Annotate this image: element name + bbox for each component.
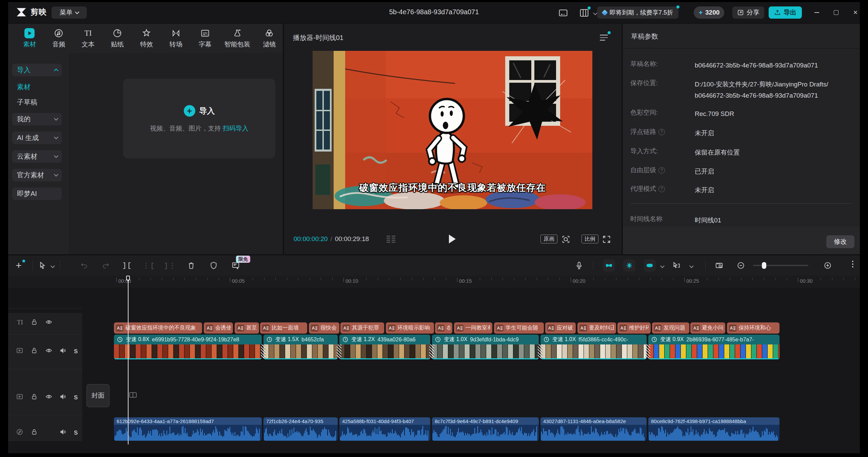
trim-right-button[interactable]: ]⋮ [165, 260, 175, 271]
preview-zoom-icon[interactable] [561, 235, 571, 244]
audio-clip[interactable]: 425a588b-f031-40dd-94f3-b407 [339, 417, 430, 441]
redo-button[interactable] [100, 260, 111, 271]
renew-badge[interactable]: 即将到期，续费享7.5折 [597, 6, 678, 19]
audio-clip[interactable]: 80ce8c9d-762f-4398-b971-ca1888848bba [648, 417, 780, 441]
play-button[interactable] [449, 235, 456, 243]
timeline-zoom-slider[interactable] [753, 265, 808, 266]
tab-text[interactable]: TI 文本 [74, 28, 103, 49]
tab-smart-pack[interactable]: 智能包装 [220, 28, 255, 49]
collapsed-track-icon[interactable] [129, 392, 137, 398]
import-dropzone[interactable]: + 导入 视频、音频、图片，支持 扫码导入 [123, 79, 275, 158]
delete-button[interactable] [186, 260, 196, 271]
transition-joint[interactable] [538, 344, 542, 358]
cover-button[interactable]: 封面 [86, 384, 110, 407]
modify-button[interactable]: 修改 [826, 235, 854, 248]
help-icon[interactable]: ? [658, 167, 665, 174]
video-clip[interactable]: 变速 1.2X439aa026-80a6 [339, 335, 430, 359]
video-clip[interactable]: 变速 1.0X9d3efdfd-1bda-4dc9 [432, 335, 539, 359]
sidebar-item-ai-generate[interactable]: AI 生成 [12, 132, 62, 144]
timeline-more-menu[interactable] [848, 261, 858, 267]
chevron-down-icon[interactable] [689, 264, 694, 268]
zoom-out-button[interactable] [736, 260, 746, 271]
video-clip[interactable]: 变速 0.8Xe6991b95-7728-40e9-9f24-19b27e8 [114, 335, 262, 359]
sidebar-item-media[interactable]: 素材 [12, 82, 31, 92]
share-button[interactable]: 分享 [732, 6, 764, 19]
transition-joint[interactable] [429, 344, 434, 358]
window-maximize-button[interactable] [831, 8, 841, 17]
record-voiceover-button[interactable] [574, 260, 584, 271]
add-track-button[interactable]: + [14, 260, 24, 271]
solo-toggle[interactable]: S [74, 394, 78, 401]
timeline-ruler-button[interactable] [714, 260, 724, 271]
trim-left-button[interactable]: ⋮[ [144, 260, 154, 271]
playhead[interactable] [126, 276, 130, 444]
mask-button[interactable] [209, 260, 219, 271]
text-clip[interactable]: A避免小问题 [690, 322, 725, 334]
transition-joint[interactable] [337, 344, 341, 358]
tab-sticker[interactable]: 贴纸 [103, 28, 132, 49]
video-clip[interactable]: 变速 1.5Xb4652cfa [263, 335, 338, 359]
help-icon[interactable]: ? [658, 129, 665, 135]
text-clip[interactable]: A应对破 [545, 322, 576, 334]
frame-step-icon[interactable] [387, 236, 395, 243]
audio-clip[interactable]: 43027d87-1131-4846-a0ea-b8a582e [540, 417, 647, 441]
preview-flash-toggle[interactable] [623, 259, 635, 272]
coin-badge[interactable]: 3200 [694, 6, 724, 19]
speaker-icon[interactable] [59, 393, 67, 401]
text-clip[interactable]: A其源于犯罪 [340, 322, 384, 334]
transition-joint[interactable] [646, 344, 650, 358]
split-clip-button[interactable]: ][ [122, 260, 132, 271]
window-close-button[interactable]: × [850, 8, 861, 17]
undo-button[interactable] [79, 260, 90, 271]
panel-layout-icon[interactable] [558, 8, 568, 17]
player-menu-icon[interactable] [600, 35, 608, 42]
audio-clip[interactable]: 612b092e-6433-4aa1-a77a-261888159ad7 [114, 417, 262, 441]
transition-joint[interactable] [261, 344, 265, 358]
tab-captions[interactable]: 字幕 [191, 28, 220, 49]
text-clip[interactable]: A一间教室有 [454, 322, 492, 334]
fullscreen-icon[interactable] [602, 235, 611, 244]
cursor-link-mode-button[interactable] [671, 260, 682, 271]
audio-clip[interactable]: 72f1cb26-24e4-4a70-935 [263, 417, 338, 441]
chevron-down-icon[interactable] [51, 264, 55, 268]
text-clip[interactable]: A在 [435, 322, 452, 334]
text-clip[interactable]: A保持环境和心 [727, 322, 780, 334]
audio-clip[interactable]: 8c7c7f3d-9e64-49c7-b891-dc4e9409 [432, 417, 539, 441]
scan-import-link[interactable]: 扫码导入 [223, 125, 249, 132]
text-clip[interactable]: A环境暗示影响 [386, 322, 434, 334]
chevron-down-icon[interactable] [660, 264, 665, 268]
text-clip[interactable]: A要及时纠正 [577, 322, 616, 334]
sidebar-item-cloud-media[interactable]: 云素材 [12, 150, 62, 163]
sidebar-item-jimeng-ai[interactable]: 即梦AI [12, 187, 62, 200]
tab-transitions[interactable]: 转场 [161, 28, 190, 49]
sidebar-item-mine[interactable]: 我的 [12, 113, 62, 125]
lock-icon[interactable] [31, 393, 39, 401]
video-clip[interactable]: 变速 0.9X2b86939a-6077-485e-b7a7- [648, 335, 780, 359]
text-clip[interactable]: A会诱使 [204, 322, 233, 334]
snap-toggle[interactable] [603, 259, 615, 272]
timeline-ruler[interactable]: 00:0000:0500:1000:1500:2000:2500:30 [8, 276, 860, 288]
link-toggle[interactable] [644, 259, 656, 272]
text-clip[interactable]: A甚至 [235, 322, 259, 334]
tab-filters[interactable]: 滤镜 [255, 28, 284, 49]
sidebar-item-official-media[interactable]: 官方素材 [12, 169, 62, 181]
eye-icon[interactable] [45, 393, 53, 401]
window-minimize-button[interactable] [812, 8, 822, 17]
zoom-in-button[interactable] [823, 260, 833, 271]
original-quality-button[interactable]: 原画 [540, 235, 557, 243]
help-icon[interactable]: ? [658, 186, 665, 192]
video-preview[interactable]: 破窗效应指环境中的不良现象若被放任存在 [313, 51, 592, 209]
select-cursor-button[interactable] [37, 260, 47, 271]
slider-handle[interactable] [762, 262, 766, 269]
tab-media[interactable]: 素材 [15, 28, 44, 49]
sidebar-item-import[interactable]: 导入 [12, 64, 62, 76]
sidebar-item-subdraft[interactable]: 子草稿 [12, 98, 37, 107]
text-clip[interactable]: A维护好环 [617, 322, 651, 334]
tab-effects[interactable]: 特效 [132, 28, 161, 49]
workspace-layout-icon[interactable] [579, 8, 589, 17]
text-clip[interactable]: A学生可能会随 [494, 322, 544, 334]
text-clip[interactable]: A很快会 [309, 322, 339, 334]
video-clip[interactable]: 变速 1.0Xf5fd3865-cc4c-490c- [540, 335, 647, 359]
tab-audio[interactable]: 音频 [44, 28, 73, 49]
text-clip[interactable]: A比如一面墙 [260, 322, 307, 334]
